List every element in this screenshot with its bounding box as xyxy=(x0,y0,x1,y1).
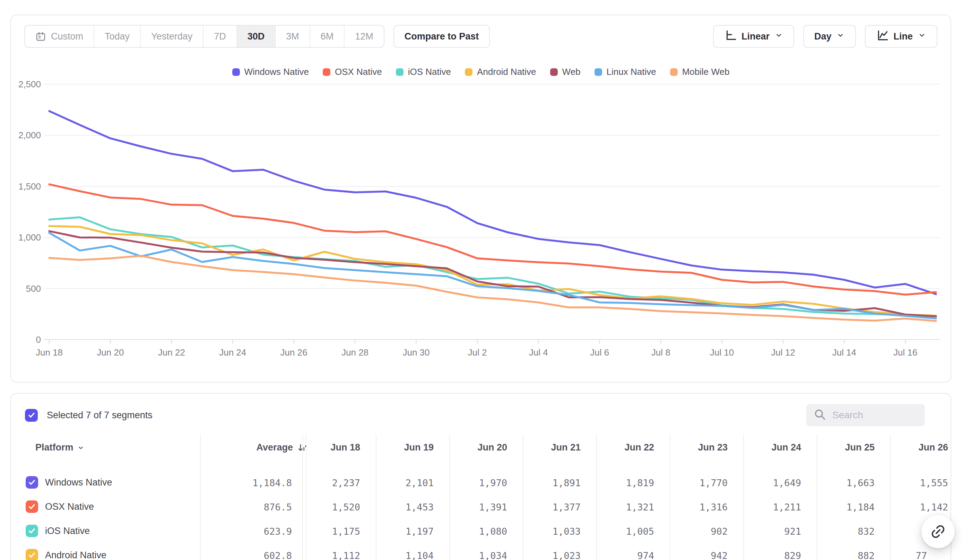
date-value: 1,770 xyxy=(700,477,728,488)
platform-name[interactable]: Android Native xyxy=(45,550,106,560)
average-value: 1,184.8 xyxy=(252,477,292,488)
column-divider xyxy=(449,435,450,560)
x-axis-label: Jun 20 xyxy=(97,347,124,358)
y-axis-label: 2,500 xyxy=(18,79,41,89)
y-axis-label: 1,000 xyxy=(18,232,41,243)
date-column-header: Jun 22 xyxy=(624,442,654,453)
date-value: 1,034 xyxy=(479,550,507,560)
row-checkbox-android-native[interactable] xyxy=(26,549,38,560)
column-divider xyxy=(743,435,744,560)
sort-descending-icon xyxy=(297,442,307,453)
check-icon xyxy=(28,526,36,536)
x-axis-label: Jun 22 xyxy=(158,347,185,358)
date-column-header: Jun 23 xyxy=(698,442,728,453)
date-column-header: Jun 19 xyxy=(404,442,434,453)
platform-header-label: Platform xyxy=(36,442,73,453)
date-value: 1,104 xyxy=(405,550,434,560)
date-column-header: Jun 25 xyxy=(845,442,875,453)
column-divider xyxy=(376,435,376,560)
y-axis-label: 500 xyxy=(26,283,41,294)
date-column-header: Jun 24 xyxy=(771,442,801,453)
y-axis-label: 0 xyxy=(36,334,41,345)
x-axis-label: Jul 4 xyxy=(529,347,548,358)
line-chart[interactable]: 05001,0001,5002,0002,500Jun 18Jun 20Jun … xyxy=(11,15,950,360)
row-checkbox-osx-native[interactable] xyxy=(26,500,38,513)
date-value: 1,891 xyxy=(553,477,580,488)
column-divider xyxy=(596,435,597,560)
average-column-header[interactable]: Average xyxy=(256,442,307,453)
platform-name[interactable]: iOS Native xyxy=(45,526,90,536)
chevron-down-icon xyxy=(77,444,84,452)
analytics-dashboard: CustomTodayYesterday7D30D3M6M12M Compare… xyxy=(0,0,963,560)
average-value: 876.5 xyxy=(264,502,292,513)
series-line-windows-native[interactable] xyxy=(49,111,936,294)
y-axis-label: 2,000 xyxy=(18,130,41,140)
date-value: 1,033 xyxy=(553,526,580,537)
date-column-header: Jun 26 xyxy=(918,442,948,453)
segments-table: PlatformAverageJun 18Jun 19Jun 20Jun 21J… xyxy=(11,435,950,560)
average-header-label: Average xyxy=(256,442,293,453)
x-axis-label: Jul 12 xyxy=(771,347,795,358)
date-value: 2,237 xyxy=(332,477,360,488)
search-placeholder: Search xyxy=(832,409,863,421)
x-axis-label: Jul 10 xyxy=(710,347,734,358)
selected-segments-label: Selected 7 of 7 segments xyxy=(47,410,152,421)
date-value: 77 xyxy=(916,550,927,560)
check-icon xyxy=(27,411,36,420)
column-divider xyxy=(302,435,303,560)
series-line-ios-native[interactable] xyxy=(49,217,936,316)
date-value: 1,112 xyxy=(332,550,360,560)
row-checkbox-ios-native[interactable] xyxy=(26,524,38,537)
date-column-header: Jun 21 xyxy=(551,442,580,453)
date-value: 1,649 xyxy=(773,477,801,488)
x-axis-label: Jul 2 xyxy=(468,347,487,358)
y-axis-label: 1,500 xyxy=(18,181,41,192)
date-value: 1,391 xyxy=(479,502,507,513)
date-value: 1,970 xyxy=(479,477,507,488)
date-value: 1,175 xyxy=(332,526,360,537)
column-divider xyxy=(890,435,891,560)
platform-column-header[interactable]: Platform xyxy=(36,442,84,453)
date-value: 832 xyxy=(858,526,875,537)
x-axis-label: Jul 8 xyxy=(651,347,670,358)
date-value: 921 xyxy=(784,526,801,537)
share-link-button[interactable] xyxy=(921,515,955,548)
x-axis-label: Jun 30 xyxy=(402,347,430,358)
x-axis-label: Jul 14 xyxy=(832,347,856,358)
search-icon xyxy=(814,409,826,421)
check-icon xyxy=(28,551,36,560)
date-value: 1,555 xyxy=(920,477,948,488)
chart-panel: CustomTodayYesterday7D30D3M6M12M Compare… xyxy=(10,15,951,383)
x-axis-label: Jun 26 xyxy=(280,347,308,358)
segments-panel: Selected 7 of 7 segments Search Platform… xyxy=(10,393,951,560)
series-line-linux-native[interactable] xyxy=(49,233,936,319)
column-divider xyxy=(200,435,201,560)
date-value: 1,023 xyxy=(553,550,580,560)
search-input[interactable]: Search xyxy=(806,404,925,426)
date-value: 2,101 xyxy=(405,477,434,488)
column-divider xyxy=(306,435,306,560)
date-value: 1,377 xyxy=(553,502,580,513)
date-value: 1,663 xyxy=(846,477,875,488)
date-value: 1,316 xyxy=(700,502,728,513)
date-value: 1,005 xyxy=(626,526,654,537)
date-value: 942 xyxy=(711,550,728,560)
date-value: 1,321 xyxy=(626,502,654,513)
link-icon xyxy=(927,520,949,543)
platform-name[interactable]: OSX Native xyxy=(45,502,94,512)
x-axis-label: Jul 16 xyxy=(893,347,917,358)
segments-header-row: Selected 7 of 7 segments Search xyxy=(25,404,937,426)
date-column-header: Jun 20 xyxy=(477,442,507,453)
x-axis-label: Jul 6 xyxy=(590,347,609,358)
average-value: 623.9 xyxy=(264,526,292,537)
platform-name[interactable]: Windows Native xyxy=(45,477,112,488)
date-value: 1,080 xyxy=(479,526,507,537)
select-all-checkbox[interactable] xyxy=(25,409,38,422)
date-value: 1,520 xyxy=(332,502,360,513)
date-value: 1,453 xyxy=(405,502,434,513)
search-icon xyxy=(814,409,826,422)
row-checkbox-windows-native[interactable] xyxy=(26,476,38,489)
column-divider xyxy=(523,435,524,560)
date-value: 882 xyxy=(858,550,875,560)
series-line-android-native[interactable] xyxy=(49,226,936,316)
